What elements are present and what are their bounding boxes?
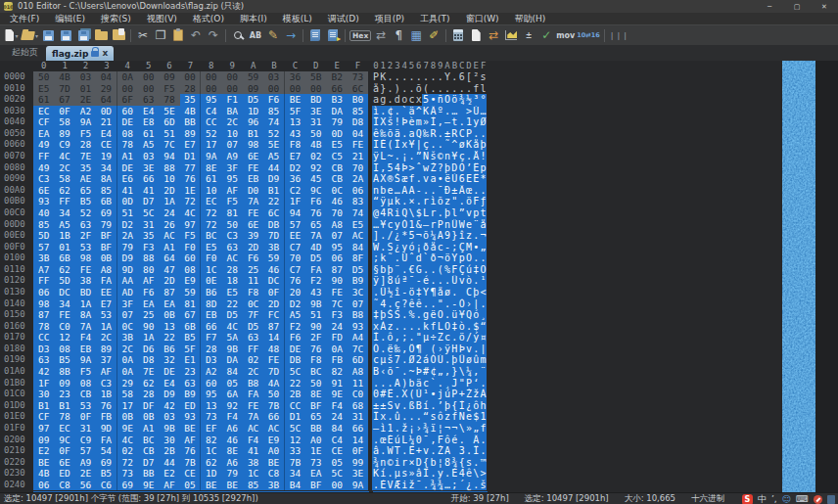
ascii-char[interactable]: $ bbox=[473, 411, 480, 423]
hex-byte[interactable]: B2 bbox=[326, 71, 347, 83]
ascii-char[interactable]: . bbox=[473, 480, 480, 491]
hex-byte[interactable]: 12 bbox=[54, 332, 74, 344]
ascii-char[interactable]: K bbox=[465, 139, 472, 151]
ascii-char[interactable]: . bbox=[401, 309, 408, 321]
hex-byte[interactable]: 90 bbox=[326, 275, 347, 287]
hex-byte[interactable]: 98 bbox=[243, 139, 263, 151]
hex-byte[interactable]: 9A bbox=[75, 116, 96, 128]
ascii-char[interactable]: . bbox=[387, 378, 394, 389]
hex-byte[interactable]: 8B bbox=[54, 366, 74, 378]
hex-byte[interactable]: 53 bbox=[75, 400, 96, 412]
hex-byte[interactable]: 90 bbox=[138, 321, 159, 333]
hex-byte[interactable]: F5 bbox=[180, 230, 201, 242]
hex-byte[interactable]: E8 bbox=[138, 116, 159, 128]
hex-byte[interactable]: EB bbox=[75, 344, 96, 355]
hex-byte[interactable]: 1B bbox=[54, 230, 74, 242]
ascii-char[interactable]: ) bbox=[394, 83, 400, 95]
ascii-char[interactable]: f bbox=[408, 173, 415, 185]
ascii-char[interactable]: ¼ bbox=[465, 366, 472, 378]
ascii-char[interactable]: s bbox=[465, 457, 472, 469]
ascii-char[interactable]: ± bbox=[443, 128, 450, 140]
ascii-char[interactable] bbox=[451, 445, 458, 457]
hex-byte[interactable]: 88 bbox=[138, 252, 159, 264]
ascii-char[interactable]: x bbox=[415, 94, 422, 106]
menu-item[interactable]: 帮助(H) bbox=[507, 13, 554, 24]
hex-byte[interactable]: 00 bbox=[285, 83, 305, 95]
hex-byte[interactable]: EB bbox=[243, 173, 263, 185]
hex-byte[interactable]: 5D bbox=[33, 230, 54, 242]
ascii-char[interactable]: L bbox=[422, 207, 429, 219]
hex-byte[interactable]: AF bbox=[180, 435, 201, 446]
hex-byte[interactable]: 04 bbox=[348, 128, 368, 140]
ascii-char[interactable]: ¬ bbox=[443, 423, 450, 435]
ascii-char[interactable]: ñ bbox=[437, 94, 443, 106]
hex-byte[interactable]: B5 bbox=[54, 354, 74, 366]
hex-byte[interactable]: A6 bbox=[222, 457, 243, 469]
hex-byte[interactable]: E4 bbox=[138, 106, 159, 117]
ascii-char[interactable]: . bbox=[451, 71, 458, 83]
ascii-char[interactable]: ¾ bbox=[422, 423, 429, 435]
ascii-char[interactable] bbox=[465, 435, 472, 446]
hex-byte[interactable]: 4C bbox=[54, 151, 74, 162]
ascii-char[interactable]: . bbox=[458, 116, 465, 128]
column-mode-button[interactable]: ▦ bbox=[407, 26, 425, 45]
hex-byte[interactable]: 3E bbox=[305, 106, 326, 117]
hex-byte[interactable]: C3 bbox=[96, 378, 116, 389]
cut-button[interactable]: ✂ bbox=[134, 26, 152, 45]
ascii-char[interactable]: z bbox=[465, 230, 472, 242]
hex-byte[interactable]: 05 bbox=[222, 378, 243, 389]
hex-byte[interactable]: 34 bbox=[54, 207, 74, 219]
ascii-char[interactable]: Õ bbox=[443, 321, 450, 333]
hex-byte[interactable]: B5 bbox=[96, 468, 116, 480]
ascii-char[interactable]: / bbox=[387, 230, 394, 242]
hex-byte[interactable]: 0F bbox=[348, 445, 368, 457]
ascii-char[interactable]: ´ bbox=[458, 480, 465, 491]
ascii-char[interactable]: p bbox=[473, 207, 480, 219]
hex-byte[interactable]: 3B bbox=[263, 242, 284, 253]
hex-byte[interactable]: 00 bbox=[201, 71, 221, 83]
menu-item[interactable]: 窗口(W) bbox=[458, 13, 507, 24]
ascii-char[interactable]: ¯ bbox=[422, 435, 429, 446]
hex-byte[interactable]: 9D bbox=[117, 264, 138, 276]
hex-byte[interactable]: 7B bbox=[285, 457, 305, 469]
ascii-char[interactable]: ú bbox=[394, 275, 400, 287]
ascii-char[interactable]: Š bbox=[394, 173, 400, 185]
ascii-char[interactable]: ó bbox=[473, 309, 480, 321]
hex-byte[interactable]: 00 bbox=[222, 71, 243, 83]
hex-byte[interactable]: B1 bbox=[243, 128, 263, 140]
ascii-char[interactable]: . bbox=[443, 106, 450, 117]
ascii-char[interactable]: „ bbox=[480, 242, 487, 253]
hex-byte[interactable]: 32 bbox=[159, 354, 179, 366]
hex-byte[interactable]: 70 bbox=[348, 162, 368, 174]
hex-byte[interactable]: 73 bbox=[201, 411, 221, 423]
ascii-char[interactable]: 0 bbox=[415, 435, 422, 446]
hex-byte[interactable]: 2F bbox=[305, 332, 326, 344]
ascii-char[interactable]: . bbox=[401, 445, 408, 457]
ascii-char[interactable]: ¶ bbox=[430, 287, 437, 298]
ascii-char[interactable]: ` bbox=[422, 252, 429, 264]
menu-item[interactable]: 工具(T) bbox=[412, 13, 458, 24]
ascii-char[interactable]: . bbox=[401, 400, 408, 412]
hex-byte[interactable]: 69 bbox=[96, 207, 116, 219]
hex-byte[interactable]: 63 bbox=[75, 219, 96, 231]
ascii-char[interactable]: Ø bbox=[480, 116, 487, 128]
ime-toolbox-icon[interactable] bbox=[814, 495, 822, 504]
ascii-char[interactable]: M bbox=[465, 242, 472, 253]
hex-byte[interactable]: 43 bbox=[285, 128, 305, 140]
ascii-char[interactable]: ô bbox=[387, 332, 394, 344]
ascii-char[interactable]: P bbox=[437, 219, 443, 231]
hex-byte[interactable]: 9C bbox=[305, 185, 326, 197]
ascii-char[interactable]: . bbox=[415, 71, 422, 83]
ascii-char[interactable]: . bbox=[430, 71, 437, 83]
ascii-char[interactable]: | bbox=[480, 344, 487, 355]
histogram-button[interactable] bbox=[502, 26, 520, 45]
hex-byte[interactable]: 28 bbox=[138, 389, 159, 400]
hex-byte[interactable]: 80 bbox=[138, 264, 159, 276]
ascii-char[interactable]: B bbox=[415, 400, 422, 412]
hex-byte[interactable]: 03 bbox=[263, 71, 284, 83]
ascii-char[interactable]: š bbox=[430, 151, 437, 162]
hex-byte[interactable]: CB bbox=[75, 389, 96, 400]
ascii-char[interactable]: Ú bbox=[437, 354, 443, 366]
ascii-char[interactable]: . bbox=[437, 207, 443, 219]
ascii-char[interactable]: , bbox=[437, 116, 443, 128]
